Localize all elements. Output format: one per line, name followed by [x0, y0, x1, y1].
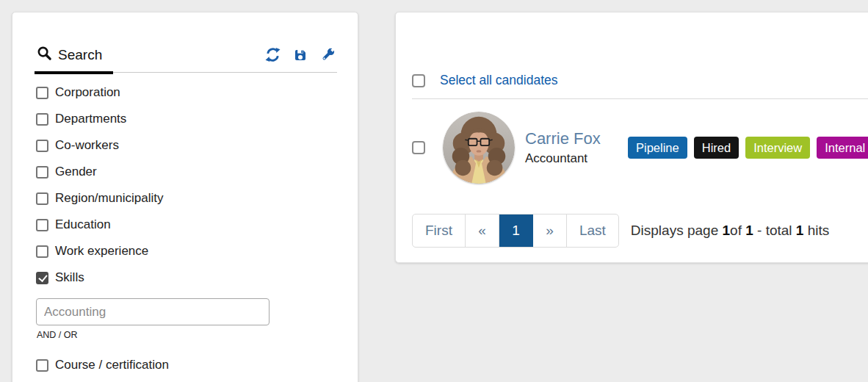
- summary-text: hits: [803, 223, 829, 238]
- checkbox-departments[interactable]: [36, 113, 48, 126]
- save-icon[interactable]: [293, 48, 308, 62]
- summary-text: of: [730, 223, 745, 238]
- tag-pipeline[interactable]: Pipeline: [628, 137, 687, 159]
- select-all-checkbox[interactable]: [412, 74, 425, 87]
- summary-text: Displays page: [631, 223, 723, 238]
- filter-label: Skills: [55, 270, 84, 285]
- filter-row-co-workers: Co-workers: [36, 137, 337, 154]
- candidate-avatar[interactable]: [443, 112, 515, 184]
- summary-total-pages: 1: [745, 223, 753, 238]
- search-panel-title: Search: [58, 47, 102, 63]
- checkbox-region[interactable]: [36, 192, 48, 205]
- skills-search-input[interactable]: [36, 298, 270, 325]
- filter-label: Course / certification: [55, 358, 169, 372]
- filter-row-region: Region/municipality: [36, 190, 337, 206]
- candidate-name-block: Carrie Fox Accountant: [525, 129, 604, 165]
- pagination-prev-button[interactable]: «: [466, 215, 499, 247]
- search-header: Search: [36, 45, 337, 73]
- checkbox-course-certification[interactable]: [36, 359, 48, 372]
- candidate-role: Accountant: [525, 151, 604, 166]
- filter-row-education: Education: [36, 217, 337, 233]
- checkbox-corporation[interactable]: [36, 87, 48, 99]
- checkbox-co-workers[interactable]: [36, 140, 48, 152]
- wrench-icon[interactable]: [320, 47, 336, 62]
- summary-text: - total: [753, 223, 796, 238]
- pagination-next-button[interactable]: »: [533, 215, 567, 247]
- filter-row-corporation: Corporation: [36, 84, 337, 101]
- filter-row-gender: Gender: [36, 164, 337, 180]
- app-root: Search: [0, 0, 868, 382]
- pagination-last-button[interactable]: Last: [567, 215, 618, 247]
- results-summary: Displays page 1of 1 - total 1 hits: [631, 223, 829, 239]
- checkbox-gender[interactable]: [36, 166, 48, 179]
- results-panel: Select all candidates: [395, 12, 868, 263]
- filter-label: Gender: [55, 165, 97, 179]
- candidate-tags: Pipeline Hired Interview Internal: [628, 137, 868, 159]
- search-panel: Search: [12, 12, 358, 382]
- filter-row-departments: Departments: [36, 111, 337, 127]
- results-divider: [412, 98, 868, 99]
- tag-interview[interactable]: Interview: [745, 137, 810, 159]
- filter-row-work-experience: Work experience: [36, 243, 337, 259]
- checkbox-education[interactable]: [36, 219, 48, 231]
- filter-label: Corporation: [55, 85, 120, 100]
- filter-label: Education: [55, 217, 111, 232]
- summary-hit-count: 1: [796, 223, 804, 238]
- filter-row-course-certification: Course / certification: [36, 357, 337, 373]
- pagination-row: First « 1 » Last Displays page 1of 1 - t…: [412, 214, 868, 248]
- filter-label: Departments: [55, 112, 126, 126]
- pagination-first-button[interactable]: First: [413, 215, 466, 247]
- active-tab-underline: [35, 71, 113, 74]
- checkbox-skills[interactable]: [36, 272, 48, 284]
- tag-hired[interactable]: Hired: [694, 137, 739, 159]
- candidate-checkbox[interactable]: [412, 141, 425, 154]
- select-all-label[interactable]: Select all candidates: [440, 73, 558, 88]
- filter-label: Region/municipality: [55, 191, 163, 206]
- checkbox-work-experience[interactable]: [36, 245, 48, 258]
- search-header-actions: [265, 47, 337, 62]
- candidate-row: Carrie Fox Accountant Pipeline Hired Int…: [412, 112, 868, 184]
- and-or-label: AND / OR: [37, 330, 337, 340]
- filter-label: Co-workers: [55, 138, 119, 153]
- pagination-page-1-button[interactable]: 1: [499, 215, 533, 247]
- tag-internal[interactable]: Internal: [817, 137, 868, 159]
- summary-page-number: 1: [722, 223, 730, 238]
- filter-label: Work experience: [55, 244, 148, 259]
- candidate-name-link[interactable]: Carrie Fox: [525, 129, 604, 148]
- refresh-icon[interactable]: [265, 47, 281, 62]
- search-icon: [36, 45, 53, 65]
- pagination: First « 1 » Last: [412, 214, 619, 248]
- filter-row-skills: Skills: [36, 270, 337, 286]
- select-all-row: Select all candidates: [412, 73, 868, 88]
